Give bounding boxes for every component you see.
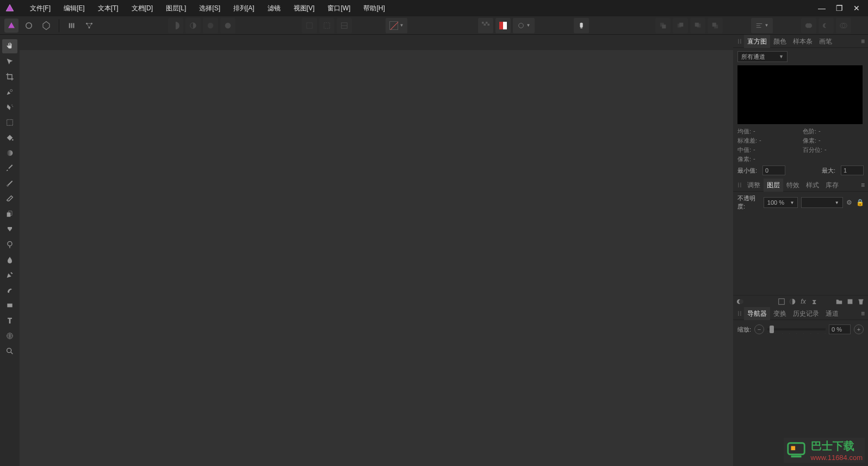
opacity-dropdown[interactable]: 100 %▼ <box>764 197 798 208</box>
zoom-in-button[interactable]: + <box>854 324 864 334</box>
blend-dropdown[interactable]: ▼ <box>801 197 842 208</box>
navigator-preview[interactable] <box>733 339 868 431</box>
folder-icon[interactable] <box>835 298 843 305</box>
zoom-out-button[interactable]: − <box>754 324 764 334</box>
menu-help[interactable]: 帮助[H] <box>357 0 391 16</box>
grip-icon[interactable]: ⁞⁞ <box>737 38 741 45</box>
menu-arrange[interactable]: 排列[A] <box>227 0 261 16</box>
select-subtract-button[interactable] <box>203 18 218 33</box>
tab-styles[interactable]: 样式 <box>803 179 822 192</box>
pen-tool[interactable] <box>2 268 17 282</box>
panel-options-icon[interactable]: ≡ <box>861 38 868 45</box>
marquee-tool[interactable] <box>2 115 17 130</box>
smudge-tool[interactable] <box>2 283 17 297</box>
move-front-button[interactable] <box>708 18 723 33</box>
inpaint-tool[interactable] <box>2 222 17 236</box>
close-button[interactable]: ✕ <box>852 3 861 13</box>
bool-subtract-button[interactable] <box>819 18 834 33</box>
menu-view[interactable]: 视图[V] <box>287 0 321 16</box>
snap-guide-button[interactable] <box>319 18 334 33</box>
clone-tool[interactable] <box>2 207 17 221</box>
rectangle-tool[interactable] <box>2 298 17 312</box>
tab-history[interactable]: 历史记录 <box>790 307 822 320</box>
add-layer-icon[interactable] <box>846 298 854 305</box>
export-persona-button[interactable] <box>82 19 96 33</box>
zoom-input[interactable] <box>829 324 851 334</box>
photo-persona-button[interactable] <box>4 19 18 33</box>
grid-more-dropdown[interactable]: ▼ <box>513 18 535 33</box>
crop-tool[interactable] <box>2 70 17 84</box>
move-backward-button[interactable] <box>673 18 688 33</box>
lock-icon[interactable]: 🔒 <box>856 199 864 206</box>
adjustment-icon[interactable] <box>778 298 785 305</box>
flood-fill-tool[interactable] <box>2 131 17 145</box>
tab-histogram[interactable]: 直方图 <box>744 35 770 48</box>
blur-tool[interactable] <box>2 253 17 267</box>
tab-navigator[interactable]: 导航器 <box>744 307 770 320</box>
zoom-tool[interactable] <box>2 344 17 358</box>
text-tool[interactable] <box>2 314 17 328</box>
grid-flag-button[interactable] <box>495 18 511 33</box>
grid-dark-button[interactable] <box>478 18 493 33</box>
max-input[interactable] <box>841 165 864 175</box>
move-back-button[interactable] <box>655 18 671 33</box>
align-dropdown[interactable]: ▼ <box>751 18 773 33</box>
liquify-persona-button[interactable] <box>22 19 36 33</box>
move-tool[interactable] <box>2 54 17 69</box>
tab-layers[interactable]: 图层 <box>764 179 783 192</box>
menu-layer[interactable]: 图层[L] <box>159 0 193 16</box>
gradient-tool[interactable] <box>2 146 17 160</box>
color-replace-tool[interactable] <box>2 176 17 191</box>
tab-transform[interactable]: 变换 <box>770 307 790 320</box>
menu-select[interactable]: 选择[S] <box>193 0 227 16</box>
menu-document[interactable]: 文档[D] <box>125 0 159 16</box>
menu-window[interactable]: 窗口[W] <box>321 0 357 16</box>
grip-icon[interactable]: ⁞⁞ <box>737 181 741 189</box>
minimize-button[interactable]: — <box>817 3 827 13</box>
tab-colour[interactable]: 颜色 <box>770 35 790 48</box>
tab-channels[interactable]: 通道 <box>822 307 842 320</box>
menu-filters[interactable]: 滤镜 <box>261 0 287 16</box>
tab-fx[interactable]: 特效 <box>783 179 803 192</box>
hourglass-icon[interactable]: ⧗ <box>810 298 818 305</box>
tab-brushes[interactable]: 画笔 <box>816 35 835 48</box>
half-circle-icon[interactable] <box>789 298 796 305</box>
tonemap-persona-button[interactable] <box>65 19 79 33</box>
develop-persona-button[interactable] <box>39 19 53 33</box>
fill-swatch-dropdown[interactable]: ▼ <box>386 18 407 33</box>
menu-text[interactable]: 文本[T] <box>91 0 125 16</box>
assistant-button[interactable] <box>574 18 589 33</box>
channel-dropdown[interactable]: 所有通道 ▼ <box>737 51 788 62</box>
menu-file[interactable]: 文件[F] <box>23 0 57 16</box>
min-input[interactable] <box>762 165 785 175</box>
select-add-button[interactable] <box>185 18 201 33</box>
canvas-area[interactable] <box>20 50 733 466</box>
hand-tool[interactable] <box>2 39 17 53</box>
panel-options-icon[interactable]: ≡ <box>861 181 868 189</box>
move-forward-button[interactable] <box>690 18 705 33</box>
erase-tool[interactable] <box>2 192 17 206</box>
bool-intersect-button[interactable] <box>836 18 851 33</box>
tab-swatches[interactable]: 样本条 <box>790 35 816 48</box>
tab-adjustments[interactable]: 调整 <box>744 179 764 192</box>
select-intersect-button[interactable] <box>220 18 235 33</box>
menu-edit[interactable]: 编辑[E] <box>57 0 91 16</box>
mask-icon[interactable] <box>736 298 744 305</box>
grip-icon[interactable]: ⁞⁞ <box>737 310 741 317</box>
select-new-button[interactable] <box>168 18 183 33</box>
paint-brush-tool[interactable] <box>2 161 17 175</box>
trash-icon[interactable] <box>857 298 865 305</box>
snap-pixel-button[interactable] <box>337 18 352 33</box>
snap-grid-button[interactable] <box>302 18 317 33</box>
gear-icon[interactable]: ⚙ <box>846 199 853 206</box>
mesh-warp-tool[interactable] <box>2 329 17 343</box>
flood-select-tool[interactable] <box>2 100 17 114</box>
tab-stock[interactable]: 库存 <box>822 179 842 192</box>
panel-options-icon[interactable]: ≡ <box>861 310 868 317</box>
zoom-slider[interactable]: ········· <box>767 328 826 330</box>
selection-brush-tool[interactable] <box>2 85 17 99</box>
maximize-button[interactable]: ❐ <box>834 3 844 13</box>
layer-list[interactable] <box>733 213 868 295</box>
bool-add-button[interactable] <box>801 18 816 33</box>
dodge-tool[interactable] <box>2 237 17 252</box>
